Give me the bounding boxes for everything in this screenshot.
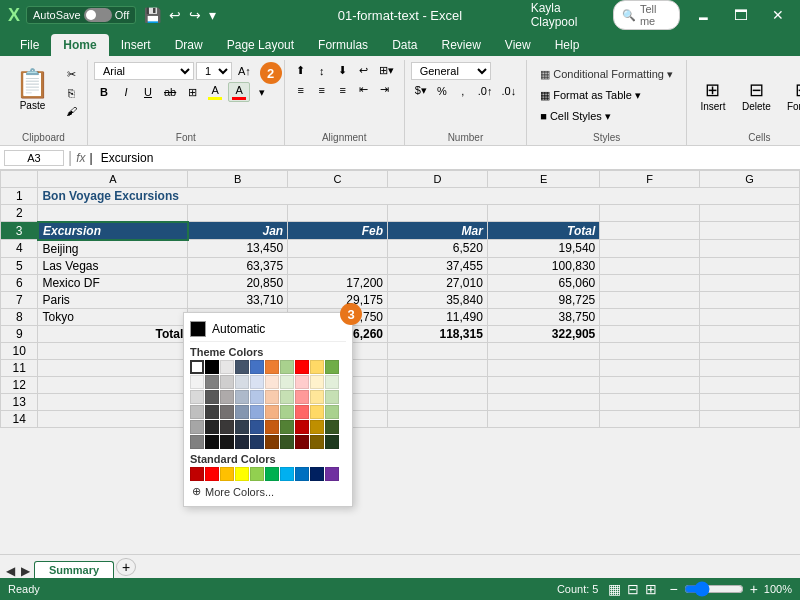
theme-color-swatch[interactable] [190,390,204,404]
theme-color-swatch[interactable] [280,405,294,419]
cell-f8[interactable] [600,308,700,325]
page-layout-view-button[interactable]: ⊟ [625,581,641,597]
theme-color-swatch[interactable] [235,405,249,419]
paste-button[interactable]: 📋 Paste [6,62,59,116]
theme-color-swatch[interactable] [325,435,339,449]
theme-color-swatch[interactable] [325,375,339,389]
cell-g2[interactable] [700,205,800,222]
col-header-b[interactable]: B [188,171,288,188]
formula-input[interactable] [97,151,796,165]
theme-color-swatch[interactable] [295,405,309,419]
theme-color-swatch[interactable] [325,420,339,434]
undo-button[interactable]: ↩ [167,7,183,23]
theme-color-swatch[interactable] [205,420,219,434]
theme-color-swatch[interactable] [190,420,204,434]
cell-e5[interactable]: 100,830 [487,257,599,274]
cell-d7[interactable]: 35,840 [388,291,488,308]
font-color-dropdown[interactable]: ▾ [252,84,272,101]
cut-button[interactable]: ✂ [61,66,81,83]
standard-color-swatch[interactable] [265,467,279,481]
tab-home[interactable]: Home [51,34,108,56]
cell-e6[interactable]: 65,060 [487,274,599,291]
theme-color-swatch[interactable] [250,435,264,449]
cell-a3[interactable]: Excursion [38,222,188,240]
standard-color-swatch[interactable] [310,467,324,481]
italic-button[interactable]: I [116,84,136,100]
cell-g9[interactable] [700,325,800,342]
col-header-f[interactable]: F [600,171,700,188]
standard-color-swatch[interactable] [220,467,234,481]
theme-color-swatch[interactable] [205,360,219,374]
cell-f2[interactable] [600,205,700,222]
theme-color-swatch[interactable] [265,390,279,404]
format-painter-button[interactable]: 🖌 [61,103,81,119]
theme-color-swatch[interactable] [235,420,249,434]
tab-help[interactable]: Help [543,34,592,56]
cell-e7[interactable]: 98,725 [487,291,599,308]
theme-color-swatch[interactable] [295,390,309,404]
standard-color-swatch[interactable] [205,467,219,481]
theme-color-swatch[interactable] [250,375,264,389]
tab-data[interactable]: Data [380,34,429,56]
cell-b4[interactable]: 13,450 [188,240,288,258]
standard-color-swatch[interactable] [235,467,249,481]
theme-color-swatch[interactable] [250,420,264,434]
theme-color-swatch[interactable] [265,420,279,434]
theme-color-swatch[interactable] [310,375,324,389]
cell-a1[interactable]: Bon Voyage Excursions [38,188,800,205]
cell-d4[interactable]: 6,520 [388,240,488,258]
cell-e3[interactable]: Total 1 [487,222,599,240]
cell-g3[interactable] [700,222,800,240]
tab-page-layout[interactable]: Page Layout [215,34,306,56]
theme-color-swatch[interactable] [280,390,294,404]
conditional-formatting-button[interactable]: ▦ Conditional Formatting ▾ [533,65,680,84]
cell-g4[interactable] [700,240,800,258]
tell-me-box[interactable]: 🔍 Tell me [613,0,680,30]
cell-d3[interactable]: Mar [388,222,488,240]
cell-b3[interactable]: Jan [188,222,288,240]
increase-indent-button[interactable]: ⇥ [375,81,395,98]
theme-color-swatch[interactable] [280,435,294,449]
autosave-button[interactable]: AutoSave Off [26,6,136,24]
insert-cells-button[interactable]: ⊞ Insert [693,74,733,117]
align-center-button[interactable]: ≡ [312,81,332,98]
cell-g8[interactable] [700,308,800,325]
increase-font-button[interactable]: A↑ [234,63,255,79]
theme-color-swatch[interactable] [205,390,219,404]
delete-cells-button[interactable]: ⊟ Delete [735,74,778,117]
cell-f3[interactable] [600,222,700,240]
cell-f7[interactable] [600,291,700,308]
zoom-slider[interactable] [684,581,744,597]
theme-color-swatch[interactable] [310,405,324,419]
comma-button[interactable]: , [453,83,473,99]
cell-c5[interactable] [288,257,388,274]
col-header-d[interactable]: D [388,171,488,188]
theme-color-swatch[interactable] [310,360,324,374]
align-bottom-button[interactable]: ⬇ [333,62,353,79]
cell-f9[interactable] [600,325,700,342]
zoom-in-button[interactable]: + [748,581,760,597]
cell-g6[interactable] [700,274,800,291]
theme-color-swatch[interactable] [190,435,204,449]
scroll-sheets-left[interactable]: ◀ [4,564,17,578]
accounting-button[interactable]: $▾ [411,82,431,99]
cell-d2[interactable] [388,205,488,222]
theme-color-swatch[interactable] [265,405,279,419]
theme-color-swatch[interactable] [310,420,324,434]
add-sheet-button[interactable]: + [116,558,136,576]
cell-a8[interactable]: Tokyo [38,308,188,325]
format-as-table-button[interactable]: ▦ Format as Table ▾ [533,86,680,105]
tab-draw[interactable]: Draw [163,34,215,56]
theme-color-swatch[interactable] [325,360,339,374]
merge-button[interactable]: ⊞▾ [375,62,398,79]
theme-color-swatch[interactable] [220,390,234,404]
theme-color-swatch[interactable] [235,435,249,449]
redo-button[interactable]: ↪ [187,7,203,23]
theme-color-swatch[interactable] [220,420,234,434]
theme-color-swatch[interactable] [295,360,309,374]
align-right-button[interactable]: ≡ [333,81,353,98]
standard-color-swatch[interactable] [280,467,294,481]
theme-color-swatch[interactable] [325,405,339,419]
standard-color-swatch[interactable] [325,467,339,481]
normal-view-button[interactable]: ▦ [606,581,623,597]
